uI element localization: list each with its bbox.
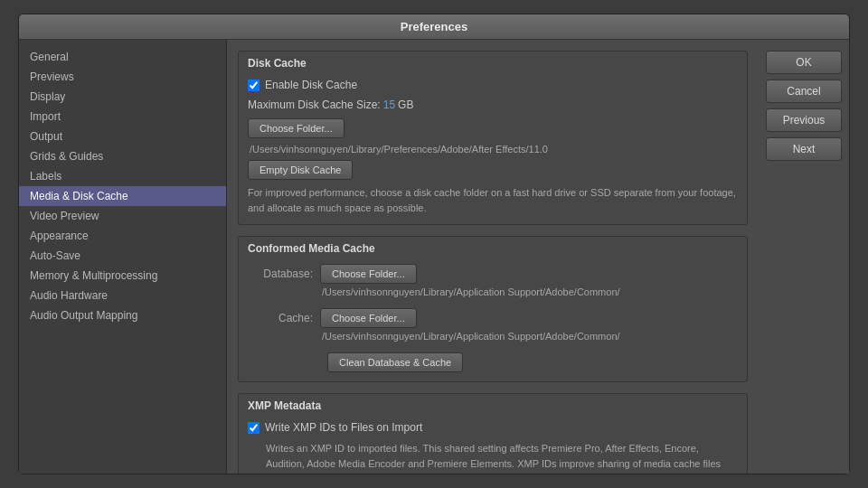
main-content: Disk Cache Enable Disk Cache Maximum Dis… bbox=[227, 40, 759, 474]
sidebar-item-media-disk-cache[interactable]: Media & Disk Cache bbox=[19, 186, 226, 206]
enable-disk-cache-row: Enable Disk Cache bbox=[248, 79, 738, 91]
cache-label: Cache: bbox=[248, 308, 320, 324]
sidebar-item-import[interactable]: Import bbox=[19, 107, 226, 127]
choose-folder-row: Choose Folder... bbox=[248, 118, 738, 138]
max-size-value: 15 bbox=[383, 99, 395, 111]
sidebar-item-memory-multiprocessing[interactable]: Memory & Multiprocessing bbox=[19, 266, 226, 286]
titlebar: Preferences bbox=[19, 14, 849, 40]
cache-row: Cache: Choose Folder... /Users/vinhsonng… bbox=[248, 308, 738, 347]
conformed-media-title: Conformed Media Cache bbox=[239, 237, 747, 258]
write-xmp-row: Write XMP IDs to Files on Import bbox=[248, 421, 738, 434]
cache-choose-folder-button[interactable]: Choose Folder... bbox=[320, 308, 417, 328]
sidebar-item-labels[interactable]: Labels bbox=[19, 166, 226, 186]
sidebar-item-previews[interactable]: Previews bbox=[19, 67, 226, 87]
folder-path: /Users/vinhsonnguyen/Library/Preferences… bbox=[248, 144, 738, 155]
xmp-section: XMP Metadata Write XMP IDs to Files on I… bbox=[238, 393, 748, 474]
conformed-media-body: Database: Choose Folder... /Users/vinhso… bbox=[239, 258, 747, 381]
database-path: /Users/vinhsonnguyen/Library/Application… bbox=[320, 286, 738, 297]
disk-cache-info: For improved performance, choose a disk … bbox=[248, 185, 738, 215]
window-title: Preferences bbox=[401, 20, 467, 33]
max-size-unit: GB bbox=[398, 99, 413, 111]
sidebar-item-video-preview[interactable]: Video Preview bbox=[19, 206, 226, 226]
disk-cache-body: Enable Disk Cache Maximum Disk Cache Siz… bbox=[239, 73, 747, 224]
enable-disk-cache-checkbox[interactable] bbox=[248, 80, 259, 91]
sidebar-item-output[interactable]: Output bbox=[19, 127, 226, 146]
database-row: Database: Choose Folder... /Users/vinhso… bbox=[248, 264, 738, 303]
sidebar: GeneralPreviewsDisplayImportOutputGrids … bbox=[19, 40, 227, 474]
cache-content: Choose Folder... /Users/vinhsonnguyen/Li… bbox=[320, 308, 738, 347]
sidebar-item-grids-guides[interactable]: Grids & Guides bbox=[19, 146, 226, 166]
empty-disk-cache-button[interactable]: Empty Disk Cache bbox=[248, 160, 353, 180]
sidebar-item-appearance[interactable]: Appearance bbox=[19, 226, 226, 246]
content-area: GeneralPreviewsDisplayImportOutputGrids … bbox=[19, 40, 849, 474]
sidebar-item-auto-save[interactable]: Auto-Save bbox=[19, 246, 226, 266]
preferences-window: Preferences GeneralPreviewsDisplayImport… bbox=[18, 14, 850, 474]
max-cache-row: Maximum Disk Cache Size: 15 GB bbox=[248, 99, 738, 111]
xmp-body: Write XMP IDs to Files on Import Writes … bbox=[239, 416, 747, 474]
cache-path: /Users/vinhsonnguyen/Library/Application… bbox=[320, 331, 738, 342]
sidebar-item-audio-hardware[interactable]: Audio Hardware bbox=[19, 286, 226, 305]
database-label: Database: bbox=[248, 264, 320, 280]
clean-database-cache-button[interactable]: Clean Database & Cache bbox=[327, 352, 463, 372]
right-buttons-panel: OK Cancel Previous Next bbox=[759, 40, 849, 474]
choose-folder-button[interactable]: Choose Folder... bbox=[248, 118, 344, 138]
empty-cache-row: Empty Disk Cache bbox=[248, 160, 738, 180]
database-choose-folder-button[interactable]: Choose Folder... bbox=[320, 264, 417, 284]
previous-button[interactable]: Previous bbox=[766, 108, 842, 132]
sidebar-item-audio-output-mapping[interactable]: Audio Output Mapping bbox=[19, 305, 226, 325]
disk-cache-title: Disk Cache bbox=[239, 52, 747, 73]
write-xmp-label: Write XMP IDs to Files on Import bbox=[265, 421, 422, 434]
ok-button[interactable]: OK bbox=[766, 51, 842, 74]
enable-disk-cache-label: Enable Disk Cache bbox=[265, 79, 357, 91]
write-xmp-info: Writes an XMP ID to imported files. This… bbox=[266, 441, 738, 474]
disk-cache-section: Disk Cache Enable Disk Cache Maximum Dis… bbox=[238, 51, 748, 225]
sidebar-item-general[interactable]: General bbox=[19, 47, 226, 67]
xmp-title: XMP Metadata bbox=[239, 394, 747, 416]
conformed-media-section: Conformed Media Cache Database: Choose F… bbox=[238, 236, 748, 382]
database-content: Choose Folder... /Users/vinhsonnguyen/Li… bbox=[320, 264, 738, 303]
write-xmp-checkbox[interactable] bbox=[248, 422, 259, 434]
sidebar-item-display[interactable]: Display bbox=[19, 87, 226, 107]
cancel-button[interactable]: Cancel bbox=[766, 80, 842, 103]
next-button[interactable]: Next bbox=[766, 137, 842, 161]
max-size-label: Maximum Disk Cache Size: bbox=[248, 99, 381, 111]
